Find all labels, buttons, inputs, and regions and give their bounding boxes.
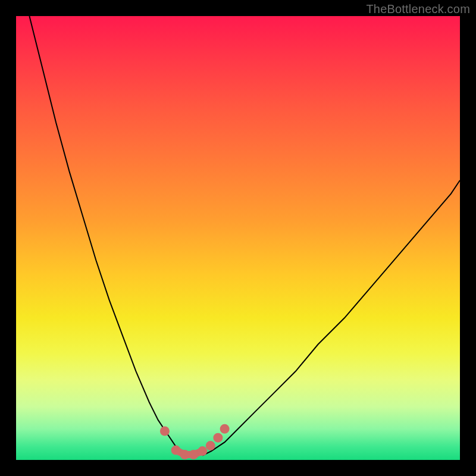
right-curve xyxy=(202,180,460,456)
marker-point xyxy=(198,446,207,456)
marker-point xyxy=(206,441,215,450)
marker-point xyxy=(189,450,198,459)
marker-point xyxy=(213,433,223,443)
chart-svg xyxy=(16,16,460,460)
marker-point xyxy=(171,446,181,455)
marker-point xyxy=(160,427,170,436)
marker-group xyxy=(160,424,230,459)
marker-point xyxy=(180,450,190,459)
left-curve xyxy=(29,16,184,456)
chart-frame: TheBottleneck.com xyxy=(0,0,476,476)
plot-area xyxy=(16,16,460,460)
marker-point xyxy=(220,424,230,434)
watermark-text: TheBottleneck.com xyxy=(366,2,470,16)
